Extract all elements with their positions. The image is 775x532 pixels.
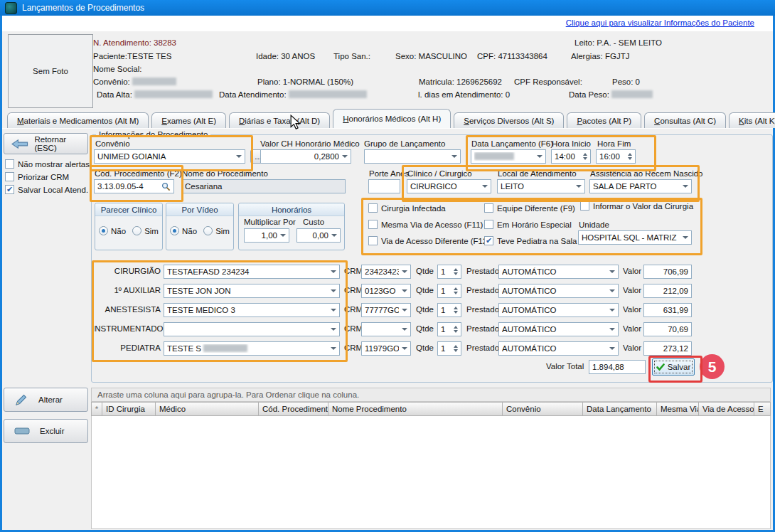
anestesista-combo[interactable]: TESTE MEDICO 3 bbox=[164, 303, 340, 317]
tab-exames[interactable]: Exames (Alt E) bbox=[151, 112, 226, 128]
spinner-arrows-icon[interactable] bbox=[583, 153, 587, 160]
spinner-arrows-icon[interactable] bbox=[454, 268, 458, 275]
alergias: Alergias: FGJTJ bbox=[571, 52, 629, 60]
nome-procedimento-label: Nome do Procedimento bbox=[182, 169, 268, 178]
auxiliar-qtde-spinner[interactable]: 1 bbox=[437, 284, 461, 298]
pediatra-prestador-combo[interactable]: AUTOMÁTICO bbox=[498, 341, 619, 356]
spinner-arrows-icon[interactable] bbox=[628, 153, 632, 160]
clinico-cirurgico-combo[interactable]: CIRURGICO bbox=[407, 179, 491, 193]
checkbox-teve-pediatra[interactable]: Teve Pediatra na Sala bbox=[484, 236, 577, 245]
tab-materiais-medicamentos[interactable]: Materiais e Medicamentos (Alt M) bbox=[7, 112, 149, 128]
checkbox-em-horario-especial[interactable]: Em Horário Especial bbox=[484, 220, 572, 229]
checkbox-salvar-local-atend[interactable]: Salvar Local Atend. bbox=[5, 185, 88, 194]
checkbox-priorizar-crm[interactable]: Priorizar CRM bbox=[5, 172, 69, 181]
pediatra-crm-combo[interactable]: 11979GO bbox=[361, 341, 411, 356]
checkbox-informar-valor-cirurgia[interactable]: Informar o Valor da Cirurgia bbox=[580, 201, 693, 211]
custo-field[interactable]: 0,00 bbox=[296, 228, 341, 243]
pediatra-qtde-spinner[interactable]: 1 bbox=[437, 341, 461, 356]
checkbox-nao-mostrar-alertas[interactable]: Não mostrar alertas bbox=[5, 159, 90, 169]
instrumentador-combo[interactable] bbox=[164, 322, 340, 336]
checkbox-label: Priorizar CRM bbox=[18, 173, 69, 181]
column-header-convenio[interactable]: Convênio bbox=[503, 402, 583, 416]
instrumentador-valor-field[interactable]: 70,69 bbox=[643, 322, 692, 336]
checkbox-mesma-via-acesso[interactable]: Mesma Via de Acesso (F11) bbox=[368, 220, 483, 229]
spinner-arrows-icon[interactable] bbox=[454, 287, 458, 294]
cirurgiao-prestador-combo[interactable]: AUTOMÁTICO bbox=[498, 265, 619, 279]
data-alta-redacted bbox=[134, 90, 213, 98]
auxiliar-combo[interactable]: TESTE JON JON bbox=[164, 284, 340, 298]
cirurgiao-valor-field[interactable]: 706,99 bbox=[643, 265, 692, 279]
checkbox-label: Não mostrar alertas bbox=[18, 160, 90, 169]
unidade-combo[interactable]: HOSPITAL SQL - MATRIZ bbox=[578, 230, 692, 245]
retornar-button[interactable]: Retornar (ESC) bbox=[4, 133, 88, 154]
parecer-sim-radio[interactable]: Sim bbox=[132, 226, 159, 235]
video-sim-radio[interactable]: Sim bbox=[203, 226, 230, 235]
tab-honorarios-medicos[interactable]: Honorários Médicos (Alt H) bbox=[333, 109, 451, 128]
hora-fim-spinner[interactable]: 16:00 bbox=[596, 149, 636, 164]
search-icon[interactable] bbox=[161, 182, 171, 191]
nome-social: Nome Social: bbox=[93, 65, 141, 73]
anestesista-qtde-spinner[interactable]: 1 bbox=[437, 303, 461, 317]
tab-consultas[interactable]: Consultas (Alt C) bbox=[644, 112, 726, 128]
cod-procedimento-field[interactable]: 3.13.09.05-4 bbox=[94, 179, 174, 193]
instrumentador-prestador-combo[interactable]: AUTOMÁTICO bbox=[498, 322, 619, 336]
instrumentador-crm-combo[interactable] bbox=[361, 322, 411, 336]
assistencia-combo[interactable]: SALA DE PARTO bbox=[589, 179, 692, 193]
porte-anes-field[interactable] bbox=[368, 179, 400, 193]
tab-servicos-diversos[interactable]: Serviços Diversos (Alt S) bbox=[454, 112, 564, 128]
checkbox-equipe-diferente[interactable]: Equipe Diferente (F9) bbox=[484, 203, 575, 213]
cirurgiao-combo[interactable]: TESTAEFASD 234234 bbox=[164, 265, 340, 279]
tab-pacotes[interactable]: Pacotes (Alt P) bbox=[567, 112, 641, 128]
checkbox-cirurgia-infectada[interactable]: Cirurgia Infectada bbox=[368, 203, 446, 213]
salvar-button[interactable]: Salvar bbox=[652, 358, 695, 376]
anestesista-prestador-combo[interactable]: AUTOMÁTICO bbox=[498, 303, 619, 317]
honorarios-groupbox: Honorários bbox=[238, 203, 345, 250]
column-header-mesma-via[interactable]: Mesma Via ( bbox=[657, 402, 699, 416]
valor-ch-field[interactable]: 0,2800 bbox=[260, 149, 351, 164]
auxiliar-prestador-combo[interactable]: AUTOMÁTICO bbox=[498, 284, 619, 298]
auxiliar-crm-combo[interactable]: 0123GO bbox=[361, 284, 411, 298]
alterar-button[interactable]: Alterar bbox=[4, 388, 88, 412]
crm-label: CRM bbox=[344, 324, 363, 333]
column-header-id-cirurgia[interactable]: ID Cirurgia bbox=[102, 402, 156, 416]
column-header-cod-procedimento[interactable]: Cód. Procedimento bbox=[259, 402, 328, 416]
column-header-medico[interactable]: Médico bbox=[156, 402, 259, 416]
data-lancamento-combo[interactable] bbox=[471, 149, 546, 164]
cirurgiao-qtde-spinner[interactable]: 1 bbox=[437, 265, 461, 279]
qtde-label: Qtde bbox=[416, 324, 434, 333]
checkbox-via-acesso-diferente[interactable]: Via de Acesso Diferente (F12) bbox=[368, 236, 490, 245]
patient-info-link[interactable]: Clique aqui para visualizar Informações … bbox=[566, 18, 754, 27]
crm-label: CRM bbox=[344, 267, 363, 275]
column-header-nome-procedimento[interactable]: Nome Procedimento bbox=[328, 402, 503, 416]
parecer-nao-radio[interactable]: Não bbox=[99, 226, 126, 235]
column-header-via-de-acesso[interactable]: Via de Acesso bbox=[699, 402, 754, 416]
data-alta-label: Data Alta: bbox=[97, 90, 132, 99]
tab-kits[interactable]: Kits (Alt K) bbox=[729, 112, 775, 128]
pediatra-valor-field[interactable]: 273,12 bbox=[643, 341, 692, 356]
checkbox-box bbox=[484, 203, 493, 213]
excluir-button[interactable]: Excluir bbox=[4, 419, 88, 443]
hora-inicio-spinner[interactable]: 14:00 bbox=[551, 149, 591, 164]
multiplicar-por-field[interactable]: 1,00 bbox=[244, 228, 289, 243]
window-title: Lançamentos de Procedimentos bbox=[22, 3, 144, 13]
spinner-arrows-icon[interactable] bbox=[454, 326, 458, 333]
column-header-clipped[interactable]: E bbox=[754, 402, 771, 416]
video-nao-radio[interactable]: Não bbox=[170, 226, 197, 235]
tab-diarias-taxas[interactable]: Diárias e Taxas (Alt D) bbox=[229, 112, 330, 128]
spinner-arrows-icon[interactable] bbox=[454, 345, 458, 352]
convenio-combo[interactable]: UNIMED GOIANIA bbox=[94, 149, 245, 164]
local-atendimento-combo[interactable]: LEITO bbox=[497, 179, 585, 193]
spinner-arrows-icon[interactable] bbox=[454, 307, 458, 314]
grid-body-empty[interactable] bbox=[91, 416, 771, 529]
pediatra-combo[interactable]: TESTE S bbox=[164, 341, 340, 356]
cirurgiao-crm-combo[interactable]: 234234234( bbox=[361, 265, 411, 279]
grupo-lancamento-combo[interactable] bbox=[364, 149, 461, 164]
grid-groupby-bar[interactable]: Arraste uma coluna aqui para agrupa-la. … bbox=[91, 388, 771, 402]
anestesista-crm-combo[interactable]: 77777GO bbox=[361, 303, 411, 317]
dropdown-arrow-icon bbox=[280, 234, 286, 237]
instrumentador-qtde-spinner[interactable]: 1 bbox=[437, 322, 461, 336]
column-header-data-lancamento[interactable]: Data Lançamento bbox=[583, 402, 657, 416]
grid-options-icon[interactable]: * bbox=[91, 402, 102, 416]
auxiliar-valor-field[interactable]: 212,09 bbox=[643, 284, 692, 298]
anestesista-valor-field[interactable]: 631,99 bbox=[643, 303, 692, 317]
